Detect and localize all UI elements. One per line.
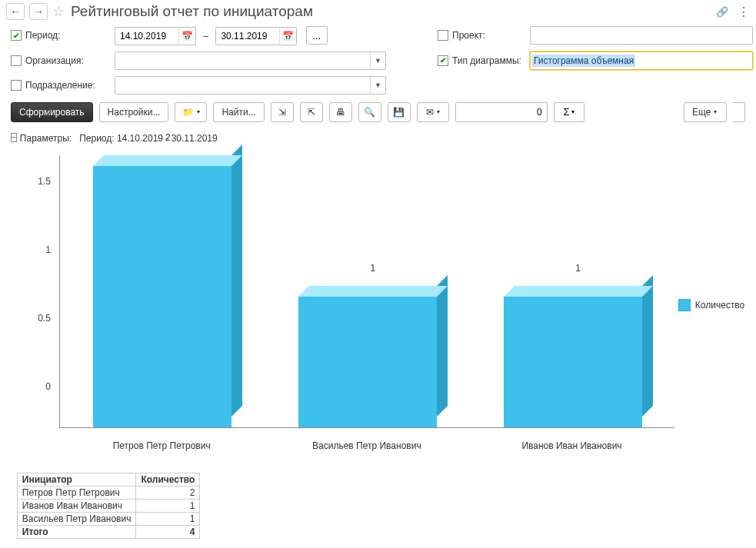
calendar-icon[interactable]: 📅 xyxy=(279,28,296,45)
arrow-left-icon: ← xyxy=(10,5,21,18)
email-button[interactable]: ✉▾ xyxy=(417,102,449,122)
more-button[interactable]: Еще▾ xyxy=(684,102,727,122)
cell-name: Петров Петр Петрович xyxy=(17,486,136,499)
settings-button[interactable]: Настройки... xyxy=(99,102,169,122)
chevron-down-icon[interactable]: ▼ xyxy=(370,52,385,69)
cell-value: 1 xyxy=(136,512,200,525)
variants-button[interactable]: 📁▾ xyxy=(175,102,207,122)
kebab-menu-icon[interactable]: ⋮ xyxy=(738,5,750,19)
period-label: Период: xyxy=(11,30,115,41)
expand-icon: ⇲ xyxy=(278,107,286,118)
date-from-input[interactable]: 📅 xyxy=(115,27,196,45)
period-inputs: 📅 – 📅 ... xyxy=(115,26,422,45)
sum-button[interactable]: Σ▾ xyxy=(554,102,584,122)
collapse-groups-button[interactable]: ⇱ xyxy=(300,102,323,122)
nav-back-button[interactable]: ← xyxy=(6,3,25,20)
table-header: Количество xyxy=(136,473,200,486)
parameters-line: Параметры: Период: 14.10.2019 - 30.11.20… xyxy=(17,130,748,151)
help-button[interactable] xyxy=(733,102,745,122)
department-combo[interactable]: ▼ xyxy=(115,76,386,95)
print-icon: 🖶 xyxy=(336,107,345,118)
cell-name: Васильев Петр Иванович xyxy=(17,512,136,525)
table-total-row: Итого4 xyxy=(17,525,200,538)
department-checkbox[interactable] xyxy=(11,80,22,91)
cell-value: 2 xyxy=(136,486,200,499)
summary-table: ИнициаторКоличество Петров Петр Петрович… xyxy=(17,473,201,539)
table-header: Инициатор xyxy=(17,473,136,486)
chart-bar xyxy=(298,286,448,427)
organization-checkbox[interactable] xyxy=(11,55,22,66)
folder-icon: 📁 xyxy=(182,107,194,118)
date-to-input[interactable]: 📅 xyxy=(215,27,297,45)
bar-value-label: 1 xyxy=(371,263,376,274)
save-button[interactable]: 💾 xyxy=(388,102,411,122)
chevron-down-icon: ▾ xyxy=(197,108,200,115)
project-checkbox[interactable] xyxy=(438,30,448,41)
x-axis-label: Иванов Иван Иванович xyxy=(469,440,674,451)
arrow-right-icon: → xyxy=(33,5,44,18)
charttype-label: Тип диаграммы: xyxy=(438,55,530,66)
bar-value-label: 2 xyxy=(165,132,171,143)
y-tick-label: 0.5 xyxy=(38,313,51,324)
date-from-field[interactable] xyxy=(115,31,178,42)
chevron-down-icon: ▾ xyxy=(437,108,440,115)
cell-name: Иванов Иван Иванович xyxy=(17,499,136,512)
legend-swatch xyxy=(678,299,691,311)
chart-bar xyxy=(93,155,242,427)
cell-value: 1 xyxy=(136,499,200,512)
page-title: Рейтинговый отчет по инициаторам xyxy=(71,3,313,20)
project-label: Проект: xyxy=(438,30,530,41)
department-label: Подразделение: xyxy=(11,80,115,91)
collapse-tree-button[interactable]: − xyxy=(11,133,17,142)
organization-label: Организация: xyxy=(11,55,115,66)
period-ellipsis-button[interactable]: ... xyxy=(306,26,328,45)
y-tick-label: 0 xyxy=(45,381,51,392)
nav-forward-button[interactable]: → xyxy=(29,3,48,20)
organization-field[interactable] xyxy=(115,52,370,69)
total-value: 4 xyxy=(136,525,200,538)
run-report-button[interactable]: Сформировать xyxy=(11,102,93,122)
table-row: Петров Петр Петрович2 xyxy=(17,486,200,499)
total-label: Итого xyxy=(17,525,136,538)
period-checkbox[interactable] xyxy=(11,30,22,41)
table-row: Иванов Иван Иванович1 xyxy=(17,499,200,512)
chevron-down-icon[interactable]: ▼ xyxy=(370,77,385,94)
bar-value-label: 1 xyxy=(575,263,581,274)
preview-button[interactable]: 🔍 xyxy=(358,102,381,122)
sigma-icon: Σ xyxy=(564,106,570,118)
department-field[interactable] xyxy=(115,77,370,94)
email-icon: ✉ xyxy=(426,107,434,118)
legend-label: Количество xyxy=(695,300,744,311)
link-icon[interactable]: 🔗 xyxy=(716,6,728,18)
x-axis-label: Васильев Петр Иванович xyxy=(265,440,470,451)
charttype-value: Гистограмма объемная xyxy=(532,55,635,67)
favorite-star-icon[interactable]: ☆ xyxy=(52,3,65,20)
chevron-down-icon: ▾ xyxy=(571,108,574,115)
date-to-field[interactable] xyxy=(216,31,279,42)
charttype-input[interactable]: Гистограмма объемная xyxy=(530,51,753,70)
numeric-input[interactable] xyxy=(455,102,548,122)
collapse-icon: ⇱ xyxy=(308,107,315,118)
date-dash: – xyxy=(203,31,208,42)
charttype-checkbox[interactable] xyxy=(438,55,448,66)
calendar-icon[interactable]: 📅 xyxy=(178,28,195,45)
chart-legend: Количество xyxy=(678,151,748,459)
x-axis-label: Петров Петр Петрович xyxy=(59,440,265,451)
save-icon: 💾 xyxy=(393,107,405,118)
chevron-down-icon: ▾ xyxy=(714,108,717,115)
find-button[interactable]: Найти... xyxy=(213,102,264,122)
table-row: Васильев Петр Иванович1 xyxy=(17,512,200,525)
y-tick-label: 1.5 xyxy=(38,176,51,187)
chart-bar xyxy=(504,286,653,427)
organization-combo[interactable]: ▼ xyxy=(115,51,386,70)
print-button[interactable]: 🖶 xyxy=(329,102,352,122)
expand-groups-button[interactable]: ⇲ xyxy=(271,102,294,122)
preview-icon: 🔍 xyxy=(364,107,375,118)
y-tick-label: 1 xyxy=(45,244,51,255)
y-tick-label: 2 xyxy=(45,108,51,119)
project-input[interactable] xyxy=(530,26,753,45)
bar-chart: 00.511.52 211 Петров Петр ПетровичВасиль… xyxy=(17,151,678,459)
